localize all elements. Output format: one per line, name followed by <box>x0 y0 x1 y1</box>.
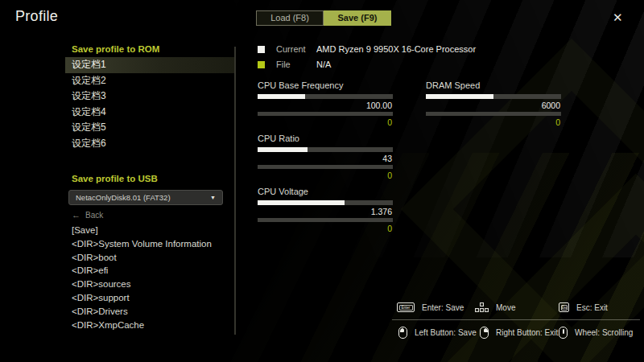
mouse-wheel-icon <box>559 327 568 339</box>
slider-sub-value: 0 <box>387 117 392 127</box>
file-swatch <box>258 61 265 68</box>
profile-screen: Profile Load (F8) Save (F9) ✕ Save profi… <box>0 0 644 362</box>
esc-key-icon: Esc <box>559 302 569 312</box>
slider-sub-value: 0 <box>555 117 560 127</box>
slider-cpu-ratio: CPU Ratio 43 0 <box>258 134 393 182</box>
profile-slot-list: 设定档1 设定档2 设定档3 设定档4 设定档5 设定档6 <box>65 57 235 151</box>
hint-label: Wheel: Scrolling <box>575 328 633 337</box>
hint-label: Enter: Save <box>422 303 464 312</box>
tab-load[interactable]: Load (F8) <box>256 10 324 26</box>
file-entry[interactable]: <DIR>Drivers <box>65 305 235 319</box>
slider-cpu-base-frequency: CPU Base Frequency 100.00 0 <box>258 80 393 129</box>
sidebar-divider <box>234 47 236 335</box>
file-entry[interactable]: <DIR>sources <box>65 278 235 291</box>
status-row-file: File N/A <box>258 60 331 69</box>
slider-label: CPU Base Frequency <box>258 80 343 90</box>
slider-value: 1.376 <box>371 207 392 216</box>
hint-enter-save: Enter Enter: Save <box>397 302 464 312</box>
slider-sub-track[interactable] <box>258 218 393 222</box>
slider-fill <box>258 200 345 205</box>
profile-slot-4[interactable]: 设定档4 <box>65 105 235 121</box>
slider-fill <box>258 94 305 99</box>
slider-label: CPU Voltage <box>258 187 308 196</box>
mouse-right-button-icon <box>480 327 489 339</box>
back-label: Back <box>85 211 103 220</box>
profile-slot-2[interactable]: 设定档2 <box>65 73 235 89</box>
slider-cpu-voltage: CPU Voltage 1.376 0 <box>258 187 393 235</box>
usb-device-value: NetacOnlyDisk8.01 (FAT32) <box>76 193 210 202</box>
profile-slot-3[interactable]: 设定档3 <box>65 88 235 105</box>
slider-track[interactable] <box>258 147 393 152</box>
current-swatch <box>258 46 265 53</box>
hint-label: Move <box>496 303 515 312</box>
slider-track[interactable] <box>258 94 393 99</box>
profile-slot-1[interactable]: 设定档1 <box>65 57 235 73</box>
file-entry[interactable]: <DIR>support <box>65 291 235 305</box>
hint-divider <box>392 319 640 320</box>
slider-sub-value: 0 <box>387 224 392 233</box>
status-label: Current <box>276 44 316 54</box>
slider-track[interactable] <box>426 94 561 99</box>
file-entry[interactable]: <DIR>System Volume Information <box>65 237 235 251</box>
page-title: Profile <box>15 8 58 25</box>
hint-label: Right Button: Exit <box>496 328 558 337</box>
hint-esc-exit: Esc Esc: Exit <box>559 302 608 312</box>
arrow-left-icon: ← <box>72 210 80 220</box>
slider-label: CPU Ratio <box>258 134 299 143</box>
slider-label: DRAM Speed <box>426 80 480 90</box>
hint-left-button-save: Left Button: Save <box>398 327 477 339</box>
slider-sub-value: 0 <box>387 171 392 180</box>
current-cpu-value: AMD Ryzen 9 9950X 16-Core Processor <box>316 44 476 54</box>
hint-move: Move <box>475 302 515 312</box>
hint-label: Esc: Exit <box>576 303 608 312</box>
mouse-left-button-icon <box>398 327 407 339</box>
close-icon[interactable]: ✕ <box>609 9 626 27</box>
profile-slot-5[interactable]: 设定档5 <box>65 120 235 136</box>
hint-right-button-exit: Right Button: Exit <box>480 327 558 339</box>
slider-sub-track[interactable] <box>258 112 393 116</box>
slider-dram-speed: DRAM Speed 6000 0 <box>426 80 561 129</box>
file-value: N/A <box>316 60 331 69</box>
file-entry-save[interactable]: [Save] <box>65 224 235 237</box>
slider-fill <box>258 147 308 152</box>
slider-sub-track[interactable] <box>258 165 393 169</box>
tab-bar: Load (F8) Save (F9) <box>256 10 391 26</box>
status-row-current: Current AMD Ryzen 9 9950X 16-Core Proces… <box>258 44 476 54</box>
status-label: File <box>276 60 316 69</box>
usb-device-dropdown[interactable]: NetacOnlyDisk8.01 (FAT32) ▼ <box>68 190 223 205</box>
file-entry[interactable]: <DIR>boot <box>65 251 235 265</box>
file-entry[interactable]: <DIR>efi <box>65 264 235 278</box>
hint-wheel-scrolling: Wheel: Scrolling <box>559 327 633 339</box>
tab-save[interactable]: Save (F9) <box>324 10 391 26</box>
slider-track[interactable] <box>258 200 393 205</box>
slider-value: 100.00 <box>366 101 392 110</box>
slider-value: 6000 <box>542 101 560 110</box>
slider-fill <box>426 94 493 99</box>
hint-label: Left Button: Save <box>415 328 477 337</box>
rom-section-title: Save profile to ROM <box>65 44 159 54</box>
slider-sub-track[interactable] <box>426 112 561 116</box>
enter-key-icon: Enter <box>397 302 415 312</box>
slider-value: 43 <box>382 154 392 163</box>
back-button[interactable]: ←Back <box>72 210 103 220</box>
chevron-down-icon: ▼ <box>210 195 216 200</box>
usb-section-title: Save profile to USB <box>65 174 158 183</box>
usb-file-list: [Save] <DIR>System Volume Information <D… <box>65 224 235 331</box>
arrow-keys-icon <box>475 302 489 312</box>
file-entry[interactable]: <DIR>XmpCache <box>65 319 235 332</box>
profile-slot-6[interactable]: 设定档6 <box>65 136 235 152</box>
